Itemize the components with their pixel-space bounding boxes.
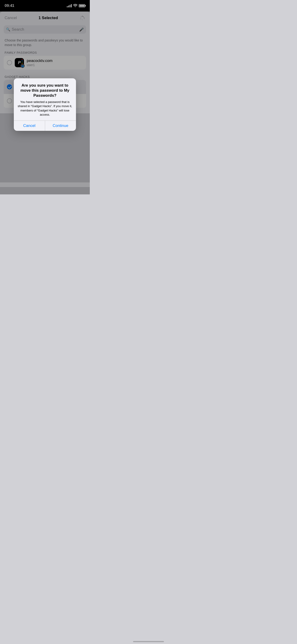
modal-actions: Cancel Continue xyxy=(14,121,76,131)
modal-message: You have selected a password that is sha… xyxy=(18,100,72,117)
modal-content: Are you sure you want to move this passw… xyxy=(14,78,76,120)
modal-overlay: Are you sure you want to move this passw… xyxy=(0,0,90,194)
modal-continue-button[interactable]: Continue xyxy=(45,121,76,131)
modal-cancel-button[interactable]: Cancel xyxy=(14,121,45,131)
confirmation-modal: Are you sure you want to move this passw… xyxy=(14,78,76,131)
modal-title: Are you sure you want to move this passw… xyxy=(18,83,72,98)
